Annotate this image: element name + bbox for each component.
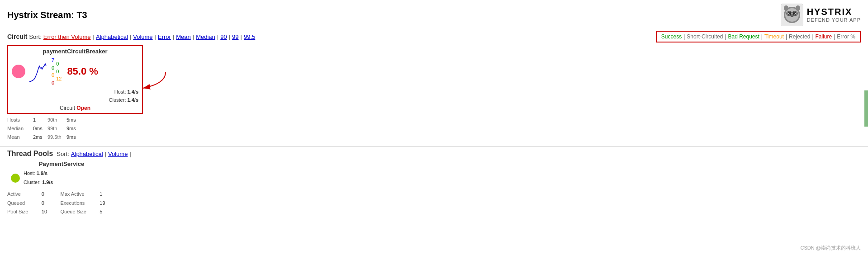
status-legend: Success | Short-Circuited | Bad Request …	[656, 31, 861, 42]
status-timeout: Timeout	[764, 33, 784, 40]
max-active-label: Max Active	[60, 190, 97, 199]
circuit-open-status: Circuit Open	[10, 105, 140, 111]
circuit-sparkline	[27, 59, 50, 84]
sort-995[interactable]: 99.5	[244, 33, 255, 40]
circuit-card-body: 7 0 0 0 0 0 12 85.0 %	[10, 57, 140, 86]
queue-size-value: 5	[100, 208, 116, 217]
queue-size-label: Queue Size	[60, 208, 97, 217]
num-blue: 7	[52, 57, 54, 64]
status-short-circuited: Short-Circuited	[687, 33, 723, 40]
circuit-host: Host: 1.4/s	[10, 88, 138, 96]
queued-label: Queued	[7, 199, 39, 208]
circuit-percent: 85.0 %	[67, 66, 98, 77]
pool-size-label: Pool Size	[7, 208, 39, 217]
page-title: Hystrix Stream: T3	[7, 10, 87, 20]
svg-point-8	[794, 13, 795, 14]
num-green-top: 0	[52, 64, 54, 72]
thread-pools-section: Thread Pools Sort: Alphabetical | Volume…	[0, 146, 868, 218]
pool-cluster: Cluster: 1.9/s	[24, 178, 53, 187]
pool-stats: Active 0 Max Active 1 Queued 0 Execution…	[7, 190, 116, 217]
status-success: Success	[661, 33, 682, 40]
th99-value: 9ms	[66, 124, 82, 133]
num-orange: 0	[52, 71, 54, 79]
sort-volume[interactable]: Volume	[133, 33, 152, 40]
pool-card: PaymentService Host: 1.9/s Cluster: 1.9/…	[7, 161, 116, 217]
th90-value: 5ms	[66, 116, 82, 124]
sort-mean[interactable]: Mean	[176, 33, 191, 40]
sort-99[interactable]: 99	[232, 33, 238, 40]
executions-value: 19	[100, 199, 116, 208]
active-label: Active	[7, 190, 39, 199]
status-failure: Failure	[816, 33, 832, 40]
circuit-header: Circuit Sort: Error then Volume | Alphab…	[7, 31, 861, 42]
circuit-numbers-right: 0 0 12	[56, 60, 62, 83]
sort-90[interactable]: 90	[220, 33, 227, 40]
sort-median[interactable]: Median	[196, 33, 215, 40]
sort-error[interactable]: Error	[158, 33, 171, 40]
th90-label: 90th	[47, 116, 66, 124]
pool-status-circle	[11, 174, 20, 183]
thread-pools-title: Thread Pools	[7, 150, 53, 158]
circuit-status-circle	[12, 65, 25, 78]
header: Hystrix Stream: T3 Hystrix Defen	[0, 0, 868, 28]
circuit-numbers: 7 0 0 0	[52, 57, 54, 86]
thread-sort-alpha[interactable]: Alphabetical	[71, 151, 103, 157]
footer: CSDN @崇尚技术的科班人	[801, 245, 861, 251]
circuit-stats: Hosts 1 90th 5ms Median 0ms 99th 9ms Mea…	[7, 116, 143, 141]
th99-label: 99th	[47, 124, 66, 133]
hosts-label: Hosts	[7, 116, 32, 124]
queued-value: 0	[42, 199, 58, 208]
pool-card-title: PaymentService	[7, 161, 116, 167]
status-error-pct: Error %	[837, 33, 855, 40]
footer-text: CSDN @崇尚技术的科班人	[801, 245, 861, 250]
hosts-value: 1	[33, 116, 47, 124]
max-active-value: 1	[100, 190, 116, 199]
logo-tagline-label: Defend Your App	[807, 17, 861, 23]
mean-label: Mean	[7, 133, 32, 142]
pool-card-body: Host: 1.9/s Cluster: 1.9/s	[7, 169, 116, 187]
thread-sort-volume[interactable]: Volume	[108, 151, 128, 157]
num-green-0: 0	[56, 60, 62, 68]
th995-label: 99.5th	[47, 133, 66, 142]
svg-point-13	[796, 5, 800, 11]
circuit-section: Circuit Sort: Error then Volume | Alphab…	[0, 28, 868, 143]
mean-value: 2ms	[33, 133, 47, 142]
circuit-cluster: Cluster: 1.4/s	[10, 96, 138, 104]
circuit-host-cluster: Host: 1.4/s Cluster: 1.4/s	[10, 88, 140, 104]
median-value: 0ms	[33, 124, 47, 133]
scrollbar[interactable]	[864, 90, 868, 127]
svg-point-12	[784, 5, 788, 11]
executions-label: Executions	[60, 199, 97, 208]
sort-alphabetical[interactable]: Alphabetical	[96, 33, 128, 40]
thread-sort-label: Sort:	[57, 151, 69, 157]
thread-pools-header: Thread Pools Sort: Alphabetical | Volume…	[7, 150, 861, 158]
logo-hystrix-label: Hystrix	[807, 6, 861, 17]
sort-label: Sort:	[29, 33, 41, 40]
sort-error-volume[interactable]: Error then Volume	[43, 33, 91, 40]
svg-point-7	[789, 13, 790, 14]
pool-host: Host: 1.9/s	[24, 169, 53, 178]
logo-area: Hystrix Defend Your App	[781, 4, 861, 26]
num-12: 12	[56, 75, 62, 83]
active-value: 0	[42, 190, 58, 199]
thread-pools-sort: Sort: Alphabetical | Volume |	[57, 151, 131, 157]
status-rejected: Rejected	[789, 33, 810, 40]
hystrix-logo-icon	[781, 4, 803, 26]
circuit-label: Circuit	[7, 33, 27, 40]
circuit-open-label: Open	[76, 105, 90, 111]
median-label: Median	[7, 124, 32, 133]
circuit-card-title: paymentCircuitBreaker	[10, 48, 140, 55]
pool-size-value: 10	[42, 208, 58, 217]
status-bad-request: Bad Request	[728, 33, 759, 40]
num-green-0b: 0	[56, 68, 62, 76]
logo-text: Hystrix Defend Your App	[807, 6, 861, 23]
pool-host-cluster: Host: 1.9/s Cluster: 1.9/s	[24, 169, 53, 187]
circuit-card: paymentCircuitBreaker 7 0 0 0	[7, 45, 143, 114]
th995-value: 9ms	[66, 133, 82, 142]
num-red-top: 0	[52, 79, 54, 87]
circuit-sort: Circuit Sort: Error then Volume | Alphab…	[7, 33, 255, 40]
